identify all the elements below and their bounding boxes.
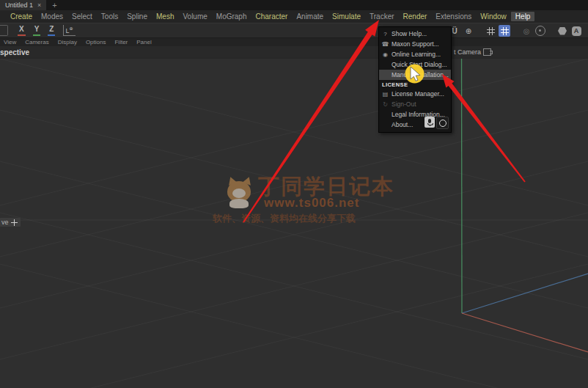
a-badge-glyph: A (572, 26, 581, 36)
viewport-header-strip (0, 46, 588, 59)
menu-item-create[interactable]: Create (6, 12, 37, 21)
axis-z-lock-button[interactable]: Z (48, 25, 55, 36)
menu-item-extensions[interactable]: Extensions (431, 12, 476, 21)
help-menu-item-label: Sign-Out (392, 100, 416, 108)
mascot-muzzle (232, 188, 246, 198)
main-menu-bar: CreateModesSelectToolsSplineMeshVolumeMo… (0, 10, 588, 23)
grid-glyph (487, 27, 495, 35)
document-tab[interactable]: Untitled 1 × (0, 0, 46, 10)
phone-icon: ☎ (379, 41, 392, 48)
menu-item-render[interactable]: Render (399, 12, 432, 21)
document-tab-bar: Untitled 1 × + (0, 0, 588, 10)
watermark-mascot-dog-icon (226, 178, 254, 209)
material-hexagon-icon[interactable] (556, 25, 568, 37)
viewport-menu-item-display[interactable]: Display (58, 39, 77, 45)
menu-item-select[interactable]: Select (67, 12, 97, 21)
learning-icon: ◉ (379, 51, 392, 58)
circle-glyph (439, 120, 446, 127)
world-axis-y-green (462, 51, 463, 313)
menu-item-simulate[interactable]: Simulate (328, 12, 365, 21)
help-menu-section-license: LICENSE (379, 80, 451, 89)
help-menu-item-sign-out: ↻Sign-Out (379, 99, 451, 109)
help-menu-item-maxon-support[interactable]: ☎Maxon Support... (379, 39, 451, 49)
render-region-icon[interactable]: ◎ (521, 25, 532, 37)
axis-y-lock-button[interactable]: Y (33, 25, 41, 36)
tab-close-icon[interactable]: × (37, 1, 41, 9)
coordinate-system-button[interactable]: L⊕ (63, 25, 75, 36)
microphone-icon[interactable] (425, 117, 435, 128)
help-menu-item-online-learning[interactable]: ◉Online Learning... (379, 49, 451, 59)
viewport-menu-item-cameras[interactable]: Cameras (25, 39, 48, 45)
help-menu-item-label: Online Learning... (392, 51, 441, 58)
menu-item-spline[interactable]: Spline (122, 12, 152, 21)
camera-label-text: t Camera (454, 48, 481, 56)
viewport-view-label[interactable]: spective (0, 48, 29, 56)
snap-settings-icon[interactable]: ⊕ (463, 25, 474, 37)
asset-a-icon[interactable]: A (570, 25, 582, 37)
question-icon: ? (379, 31, 392, 37)
cinema4d-window: Untitled 1 × + CreateModesSelectToolsSpl… (0, 0, 588, 388)
viewport-menu-item-panel[interactable]: Panel (136, 39, 151, 45)
render-settings-glyph (535, 26, 545, 36)
help-menu-item-quick-start-dialog[interactable]: Quick Start Dialog... (379, 59, 451, 70)
mic-base (427, 123, 433, 125)
toolbar: X Y Z L⊕ Ü ⊕ ◎ A (0, 23, 588, 38)
viewport-menu-bar: ViewCamerasDisplayOptionsFilterPanel (0, 38, 588, 46)
axis-x-lock-button[interactable]: X (18, 25, 26, 36)
viewport-menu-item-filter[interactable]: Filter (114, 39, 128, 45)
help-dropdown-menu: ?Show Help...☎Maxon Support...◉Online Le… (378, 26, 452, 133)
viewport-menu-item-options[interactable]: Options (86, 39, 106, 45)
toolbar-right-icons: Ü ⊕ ◎ A (449, 25, 582, 37)
viewport-menu-item-view[interactable]: View (4, 39, 16, 45)
viewport[interactable]: spective t Camera ve 丁同学日记本 www.ts006.ne… (0, 46, 588, 388)
menu-item-tracker[interactable]: Tracker (365, 12, 399, 21)
menu-item-help[interactable]: Help (511, 12, 535, 21)
document-tab-label: Untitled 1 (5, 1, 33, 9)
hexagon-glyph (558, 27, 567, 35)
help-menu-item-label: Manual Installation... (392, 71, 449, 78)
help-menu-corner-buttons (425, 117, 449, 129)
undo-icon[interactable] (0, 25, 8, 36)
watermark-url: www.ts006.net (264, 196, 402, 211)
viewport-camera-label[interactable]: t Camera (454, 48, 491, 56)
menu-item-tools[interactable]: Tools (97, 12, 122, 21)
help-menu-list: ?Show Help...☎Maxon Support...◉Online Le… (379, 29, 451, 130)
move-hint-text: ve (1, 219, 9, 226)
render-settings-icon[interactable] (534, 25, 546, 37)
menu-item-mograph[interactable]: MoGraph (212, 12, 251, 21)
help-menu-item-label: About... (392, 121, 413, 128)
mic-stem (430, 125, 430, 126)
watermark-subtitle: 软件、资源、资料均在线分享下载 (213, 212, 415, 225)
menu-item-animate[interactable]: Animate (292, 12, 328, 21)
camera-toggle-icon[interactable] (483, 48, 491, 56)
move-tool-hint: ve (0, 218, 21, 227)
menu-item-modes[interactable]: Modes (37, 12, 67, 21)
new-tab-button[interactable]: + (46, 0, 62, 10)
menu-item-window[interactable]: Window (476, 12, 511, 21)
mascot-body (229, 199, 249, 208)
license-card-icon: ▤ (379, 91, 392, 98)
workplane-grid-icon[interactable] (499, 25, 510, 37)
menu-item-mesh[interactable]: Mesh (152, 12, 178, 21)
menu-item-character[interactable]: Character (251, 12, 293, 21)
record-circle-icon[interactable] (436, 117, 449, 129)
help-menu-item-license-manager[interactable]: ▤License Manager... (379, 89, 451, 99)
help-menu-item-manual-installation[interactable]: Manual Installation... (379, 70, 451, 80)
help-menu-item-label: Quick Start Dialog... (392, 61, 447, 68)
grid-icon[interactable] (485, 25, 496, 37)
menu-item-volume[interactable]: Volume (178, 12, 211, 21)
help-menu-item-label: License Manager... (392, 90, 444, 98)
help-menu-item-label: Show Help... (392, 30, 427, 37)
move-cursor-icon (11, 219, 18, 226)
sign-out-icon: ↻ (379, 101, 392, 108)
workplane-grid-glyph (501, 27, 509, 35)
help-menu-item-label: Maxon Support... (392, 40, 439, 48)
help-menu-item-show-help[interactable]: ?Show Help... (379, 29, 451, 39)
